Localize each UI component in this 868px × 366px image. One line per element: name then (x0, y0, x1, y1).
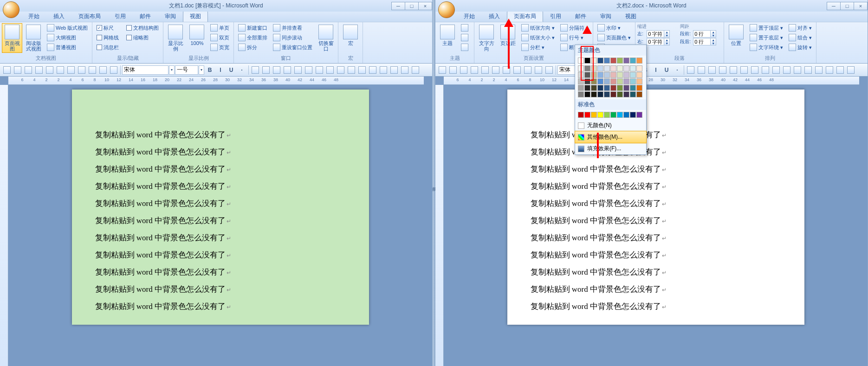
paragraph[interactable]: 复制粘贴到 word 中背景色怎么没有了 (531, 127, 781, 144)
horizontal-ruler[interactable]: 6422468101214161820222426283032343638404… (444, 77, 859, 85)
two-pages-button[interactable]: 双页 (208, 33, 232, 42)
color-swatch[interactable] (610, 65, 616, 71)
color-swatch[interactable] (617, 91, 623, 97)
color-swatch[interactable] (604, 78, 610, 84)
side-by-side-button[interactable]: 并排查看 (271, 23, 315, 32)
color-swatch[interactable] (597, 58, 603, 64)
close-button[interactable]: × (854, 2, 868, 10)
tab-开始[interactable]: 开始 (457, 11, 482, 22)
maximize-button[interactable]: □ (840, 2, 854, 10)
color-swatch[interactable] (597, 85, 603, 91)
color-swatch[interactable] (623, 91, 629, 97)
indent-inc-icon[interactable] (750, 65, 760, 75)
paragraph[interactable]: 复制粘贴到 word 中背景色怎么没有了 (95, 195, 346, 212)
new-icon[interactable] (55, 65, 65, 75)
minimize-button[interactable]: ─ (391, 2, 405, 10)
color-swatch[interactable] (610, 91, 616, 97)
color-swatch[interactable] (578, 65, 584, 71)
color-swatch[interactable] (604, 85, 610, 91)
color-swatch[interactable] (636, 85, 642, 91)
find-icon[interactable] (410, 65, 421, 75)
color-swatch[interactable] (591, 112, 597, 118)
paragraph[interactable]: 复制粘贴到 word 中背景色怎么没有了 (531, 178, 781, 195)
page-color-button[interactable]: 页面颜色 ▾ (595, 33, 633, 42)
columns-button[interactable]: 分栏 ▾ (519, 43, 557, 52)
line-spacing-icon[interactable] (728, 65, 738, 75)
font-color-icon[interactable] (792, 65, 803, 75)
position-button[interactable]: 位置 (726, 23, 746, 47)
switch-windows-button[interactable]: 切换窗口 (316, 23, 336, 53)
page-view-button[interactable]: 页面视图 (2, 23, 22, 53)
rotate-button[interactable]: 旋转 ▾ (786, 43, 814, 52)
paragraph[interactable]: 复制粘贴到 word 中背景色怎么没有了 (95, 212, 346, 230)
find-icon[interactable] (846, 65, 856, 75)
tab-引用[interactable]: 引用 (543, 11, 568, 22)
paragraph[interactable]: 复制粘贴到 word 中背景色怎么没有了 (531, 264, 781, 281)
cut-icon[interactable] (512, 65, 522, 75)
color-swatch[interactable] (630, 72, 636, 78)
table-icon[interactable] (824, 65, 835, 75)
borders-icon[interactable] (378, 65, 389, 75)
web-layout-button[interactable]: Web 版式视图 (45, 23, 90, 32)
color-swatch[interactable] (610, 85, 616, 91)
maximize-button[interactable]: □ (405, 2, 419, 10)
color-swatch[interactable] (636, 72, 642, 78)
bold-button[interactable]: B (205, 65, 215, 75)
document-page[interactable]: 复制粘贴到 word 中背景色怎么没有了复制粘贴到 word 中背景色怎么没有了… (72, 90, 369, 325)
underline-button[interactable]: U (661, 65, 672, 75)
redo-icon[interactable] (23, 65, 33, 75)
text-direction-button[interactable]: 文字方向 (476, 23, 497, 53)
color-swatch[interactable] (617, 72, 623, 78)
format-painter-icon[interactable] (544, 65, 554, 75)
color-swatch[interactable] (604, 112, 610, 118)
macros-button[interactable]: 宏 (340, 23, 361, 47)
highlight-icon[interactable] (346, 65, 356, 75)
color-swatch[interactable] (597, 65, 603, 71)
redo-icon[interactable] (459, 65, 469, 75)
font-color-icon[interactable] (357, 65, 367, 75)
color-swatch[interactable] (604, 58, 610, 64)
color-swatch[interactable] (610, 112, 616, 118)
line-spacing-icon[interactable] (293, 65, 303, 75)
preview-icon[interactable] (480, 65, 490, 75)
arrange-all-button[interactable]: 全部重排 (236, 33, 270, 42)
font-size-dropdown[interactable]: ▾ (199, 65, 204, 75)
no-color-item[interactable]: 无颜色(N) (575, 120, 646, 131)
reading-view-button[interactable]: 阅读版式视图 (23, 23, 44, 53)
color-swatch[interactable] (636, 91, 642, 97)
outline-button[interactable]: 大纲视图 (45, 33, 90, 42)
size-button[interactable]: 纸张大小 ▾ (519, 33, 557, 42)
copy-icon[interactable] (523, 65, 533, 75)
tab-视图[interactable]: 视图 (183, 11, 208, 22)
color-swatch[interactable] (610, 72, 616, 78)
tab-审阅[interactable]: 审阅 (593, 11, 618, 22)
paragraph[interactable]: 复制粘贴到 word 中背景色怎么没有了 (95, 298, 346, 315)
color-swatch[interactable] (597, 78, 603, 84)
color-swatch[interactable] (597, 112, 603, 118)
color-swatch[interactable] (636, 65, 642, 71)
bullets-icon[interactable] (760, 65, 771, 75)
font-size-input[interactable]: 一号 (175, 65, 198, 75)
color-swatch[interactable] (623, 78, 629, 84)
color-swatch[interactable] (584, 85, 590, 91)
font-family-input[interactable]: 宋体 (122, 65, 168, 75)
table-icon[interactable] (389, 65, 399, 75)
one-page-button[interactable]: 单页 (208, 23, 232, 32)
paste-icon[interactable] (533, 65, 544, 75)
checkbox-消息栏[interactable]: 消息栏 (94, 43, 121, 52)
underline-button[interactable]: U (226, 65, 236, 75)
paragraph[interactable]: 复制粘贴到 word 中背景色怎么没有了 (531, 195, 781, 212)
print-icon[interactable] (34, 65, 44, 75)
themes-button[interactable]: 主题 (437, 23, 458, 47)
checkbox-网格线[interactable]: 网格线 (94, 33, 121, 42)
reset-window-button[interactable]: 重设窗口位置 (271, 43, 315, 52)
color-swatch[interactable] (617, 58, 623, 64)
numbering-icon[interactable] (336, 65, 346, 75)
checkbox-缩略图[interactable]: 缩略图 (124, 33, 161, 42)
columns-icon[interactable] (400, 65, 410, 75)
align-left-icon[interactable] (250, 65, 260, 75)
borders-icon[interactable] (814, 65, 824, 75)
color-swatch[interactable] (578, 78, 584, 84)
checkbox-文档结构图[interactable]: 文档结构图 (124, 23, 161, 32)
open-icon[interactable] (501, 65, 512, 75)
